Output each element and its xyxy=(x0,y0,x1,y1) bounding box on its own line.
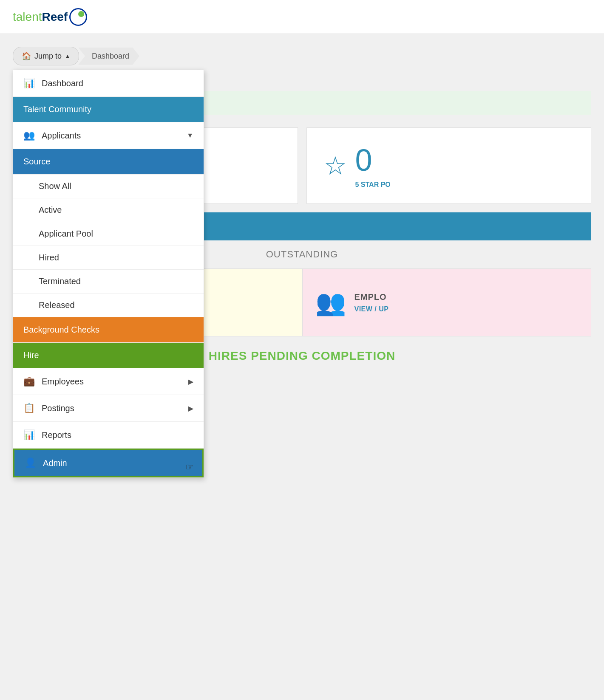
menu-employees-label: Employees xyxy=(42,377,84,387)
menu-subitem-terminated[interactable]: Terminated xyxy=(13,270,204,294)
arrow-up-icon: ▲ xyxy=(65,53,70,59)
menu-hire-label: Hire xyxy=(23,350,39,360)
menu-released-label: Released xyxy=(39,300,75,310)
employees-arrow-icon: ▶ xyxy=(188,378,193,386)
jump-to-label: Jump to xyxy=(34,52,62,61)
home-icon: 🏠 xyxy=(22,51,31,61)
logo: talentReef xyxy=(13,8,87,26)
list-icon: 📋 xyxy=(23,403,35,414)
menu-applicants-label: Applicants xyxy=(42,131,81,141)
menu-dashboard-label: Dashboard xyxy=(42,79,83,88)
menu-subitem-hired[interactable]: Hired xyxy=(13,246,204,270)
menu-item-postings[interactable]: 📋 Postings ▶ xyxy=(13,395,204,422)
menu-item-hire[interactable]: Hire xyxy=(13,343,204,368)
employee-person-icon: 👥 xyxy=(315,288,346,317)
logo-talent-text: talent xyxy=(13,10,42,23)
person-icon: 👤 xyxy=(25,457,36,469)
applicants-arrow-icon: ▼ xyxy=(187,132,193,139)
menu-subitem-released[interactable]: Released xyxy=(13,294,204,317)
menu-reports-label: Reports xyxy=(42,430,71,440)
jump-to-button[interactable]: 🏠 Jump to ▲ xyxy=(13,47,79,65)
menu-subitem-active[interactable]: Active xyxy=(13,198,204,222)
emp-view-link[interactable]: VIEW / UP xyxy=(354,305,389,313)
menu-hired-label: Hired xyxy=(39,253,59,262)
menu-subitem-applicant-pool[interactable]: Applicant Pool xyxy=(13,222,204,246)
menu-active-label: Active xyxy=(39,205,62,215)
postings-arrow-icon: ▶ xyxy=(188,404,193,412)
bar-chart-icon: 📊 xyxy=(23,78,35,89)
menu-admin-label: Admin xyxy=(43,458,67,468)
menu-show-all-label: Show All xyxy=(39,181,71,191)
menu-talent-community-label: Talent Community xyxy=(23,104,91,114)
menu-item-dashboard[interactable]: 📊 Dashboard xyxy=(13,70,204,97)
star-label: 5 STAR PO xyxy=(355,181,391,189)
main-area: 🏠 Jump to ▲ Dashboard 📊 Dashboard Talent… xyxy=(0,34,604,375)
breadcrumb-bar: 🏠 Jump to ▲ Dashboard 📊 Dashboard Talent… xyxy=(13,47,591,65)
logo-reef-text: Reef xyxy=(42,10,68,23)
star-icon: ☆ xyxy=(324,151,347,181)
logo-circle-icon xyxy=(69,8,87,26)
menu-item-employees[interactable]: 💼 Employees ▶ xyxy=(13,368,204,395)
menu-source-label: Source xyxy=(23,157,50,167)
menu-item-background-checks[interactable]: Background Checks xyxy=(13,317,204,343)
briefcase-icon: 💼 xyxy=(23,376,35,387)
app-header: talentReef xyxy=(0,0,604,34)
emp-label: EMPLO xyxy=(354,292,389,302)
action-card-employees: 👥 EMPLO VIEW / UP xyxy=(302,268,592,336)
menu-item-admin[interactable]: 👤 Admin ☞ xyxy=(13,449,204,477)
breadcrumb-dashboard: Dashboard xyxy=(78,48,139,65)
reports-icon: 📊 xyxy=(23,429,35,440)
dropdown-menu: 📊 Dashboard Talent Community 👥 Applicant… xyxy=(13,70,204,478)
people-icon: 👥 xyxy=(23,130,35,141)
menu-applicant-pool-label: Applicant Pool xyxy=(39,229,93,239)
card-star: ☆ 0 5 STAR PO xyxy=(306,127,592,204)
menu-item-reports[interactable]: 📊 Reports xyxy=(13,422,204,449)
menu-item-source[interactable]: Source xyxy=(13,149,204,175)
menu-item-talent-community[interactable]: Talent Community xyxy=(13,97,204,122)
menu-item-applicants[interactable]: 👥 Applicants ▼ xyxy=(13,122,204,149)
cursor-icon: ☞ xyxy=(185,462,194,473)
menu-postings-label: Postings xyxy=(42,404,74,413)
star-count: 0 xyxy=(355,143,391,178)
menu-background-checks-label: Background Checks xyxy=(23,325,99,335)
menu-subitem-show-all[interactable]: Show All xyxy=(13,175,204,198)
menu-terminated-label: Terminated xyxy=(39,277,81,286)
